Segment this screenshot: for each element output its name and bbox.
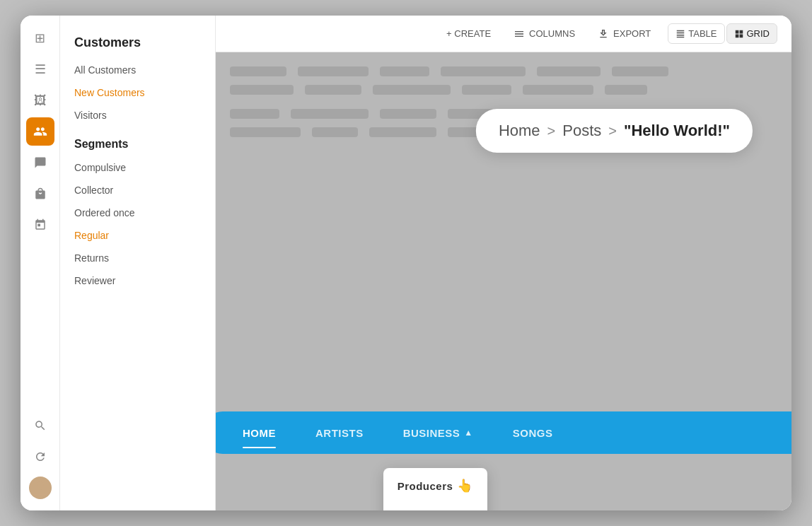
breadcrumb-sep2: > [608, 123, 617, 139]
nav-artists[interactable]: ARTISTS [296, 411, 383, 454]
view-toggle: TABLE GRID [668, 23, 777, 44]
comment-icon-btn[interactable] [26, 148, 54, 177]
nav-songs[interactable]: SONGS [493, 411, 573, 454]
table-view-button[interactable]: TABLE [668, 23, 724, 44]
grid-view-button[interactable]: GRID [726, 23, 778, 44]
nav-regular[interactable]: Regular [60, 224, 215, 247]
nav-ordered-once[interactable]: Ordered once [60, 201, 215, 224]
nav-returns[interactable]: Returns [60, 247, 215, 269]
nav-reviewer[interactable]: Reviewer [60, 269, 215, 292]
toolbar: + CREATE COLUMNS EXPORT TABLE GRID [216, 16, 791, 52]
calendar-icon-btn[interactable] [26, 211, 54, 239]
search-icon-btn[interactable] [26, 411, 54, 440]
business-dropdown-menu: Producers 👆 Label [383, 468, 487, 510]
content-area: Home > Posts > "Hello World!" HOME ARTIS… [216, 52, 791, 510]
image-icon-btn[interactable]: 🖼 [26, 86, 54, 115]
nav-home[interactable]: HOME [223, 411, 296, 454]
breadcrumb: Home > Posts > "Hello World!" [476, 109, 753, 153]
columns-button[interactable]: COLUMNS [508, 24, 581, 44]
sidebar-bottom [26, 411, 54, 502]
avatar[interactable] [26, 474, 54, 502]
shop-icon-btn[interactable] [26, 180, 54, 208]
refresh-icon-btn[interactable] [26, 443, 54, 471]
breadcrumb-current: "Hello World!" [624, 122, 730, 140]
create-button[interactable]: + CREATE [441, 24, 497, 43]
segments-title: Segments [60, 127, 215, 156]
nav-collector[interactable]: Collector [60, 179, 215, 201]
export-button[interactable]: EXPORT [592, 24, 656, 44]
producers-menu-item[interactable]: Producers 👆 [383, 468, 487, 503]
blue-nav-bar: HOME ARTISTS BUSINESS ▲ Producers 👆 Labe… [216, 411, 791, 454]
nav-new-customers[interactable]: New Customers [60, 81, 215, 104]
svg-point-0 [37, 481, 43, 488]
cursor-icon: 👆 [457, 478, 473, 493]
breadcrumb-posts: Posts [562, 122, 601, 140]
main-content: + CREATE COLUMNS EXPORT TABLE GRID [216, 16, 791, 510]
customers-title: Customers [60, 30, 215, 59]
app-window: ⊞ ☰ 🖼 [21, 16, 791, 510]
nav-business-label: BUSINESS [403, 427, 460, 439]
users-icon-btn[interactable] [26, 117, 54, 146]
breadcrumb-home: Home [499, 122, 540, 140]
nav-all-customers[interactable]: All Customers [60, 59, 215, 81]
chevron-up-icon: ▲ [464, 428, 472, 438]
list-icon-btn[interactable]: ☰ [26, 55, 54, 83]
nav-compulsive[interactable]: Compulsive [60, 156, 215, 179]
icon-sidebar: ⊞ ☰ 🖼 [21, 16, 60, 510]
nav-business[interactable]: BUSINESS ▲ Producers 👆 Label [383, 411, 493, 454]
producers-label: Producers [398, 480, 453, 492]
label-menu-item[interactable]: Label [383, 503, 487, 510]
grid-icon-btn[interactable]: ⊞ [26, 24, 54, 52]
breadcrumb-sep1: > [547, 123, 556, 139]
nav-sidebar: Customers All Customers New Customers Vi… [60, 16, 216, 510]
nav-visitors[interactable]: Visitors [60, 104, 215, 127]
